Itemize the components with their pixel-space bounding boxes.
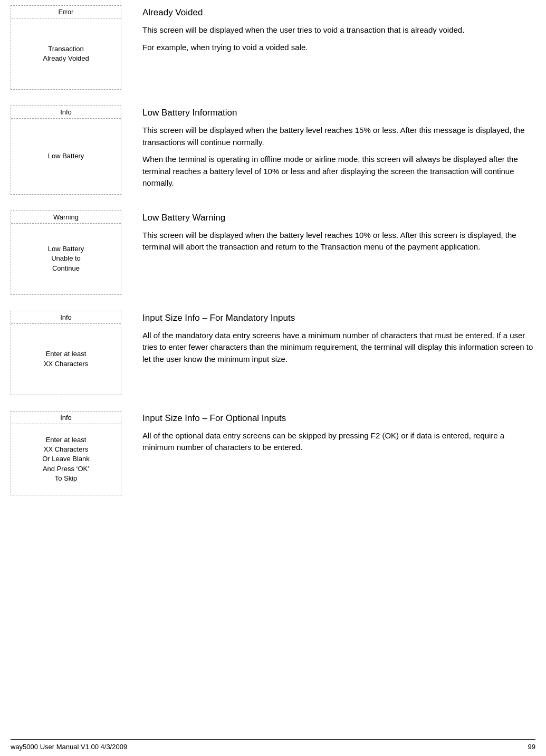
device-panel-error-already-voided: ErrorTransactionAlready Voided bbox=[11, 5, 121, 90]
device-panel-info-input-size-optional: InfoEnter at leastXX CharactersOr Leave … bbox=[11, 411, 121, 495]
section-error-already-voided: ErrorTransactionAlready VoidedAlready Vo… bbox=[0, 5, 546, 90]
section-title-info-input-size-mandatory: Input Size Info – For Mandatory Inputs bbox=[142, 313, 535, 323]
section-para-info-input-size-optional-0: All of the optional data entry screens c… bbox=[142, 430, 535, 454]
page-content: ErrorTransactionAlready VoidedAlready Vo… bbox=[0, 0, 546, 532]
description-panel-info-input-size-optional: Input Size Info – For Optional InputsAll… bbox=[142, 411, 535, 495]
description-panel-error-already-voided: Already VoidedThis screen will be displa… bbox=[142, 5, 535, 90]
device-header-info-low-battery: Info bbox=[11, 106, 121, 119]
section-title-info-input-size-optional: Input Size Info – For Optional Inputs bbox=[142, 413, 535, 424]
section-info-low-battery: InfoLow BatteryLow Battery InformationTh… bbox=[0, 106, 546, 195]
device-header-info-input-size-mandatory: Info bbox=[11, 311, 121, 324]
device-panel-info-input-size-mandatory: InfoEnter at leastXX Characters bbox=[11, 311, 121, 395]
section-para-error-already-voided-1: For example, when trying to void a voide… bbox=[142, 42, 535, 54]
footer-right: 99 bbox=[528, 743, 535, 751]
device-body-error-already-voided: TransactionAlready Voided bbox=[40, 18, 91, 89]
device-header-warning-low-battery: Warning bbox=[11, 211, 121, 224]
section-para-warning-low-battery-0: This screen will be displayed when the b… bbox=[142, 229, 535, 253]
section-title-error-already-voided: Already Voided bbox=[142, 7, 535, 18]
device-body-warning-low-battery: Low BatteryUnable toContinue bbox=[45, 224, 87, 294]
device-body-info-low-battery: Low Battery bbox=[45, 119, 87, 194]
description-panel-warning-low-battery: Low Battery WarningThis screen will be d… bbox=[142, 210, 535, 295]
section-info-input-size-mandatory: InfoEnter at leastXX CharactersInput Siz… bbox=[0, 311, 546, 395]
footer: way5000 User Manual V1.00 4/3/2009 99 bbox=[11, 739, 535, 751]
section-title-warning-low-battery: Low Battery Warning bbox=[142, 213, 535, 223]
section-info-input-size-optional: InfoEnter at leastXX CharactersOr Leave … bbox=[0, 411, 546, 495]
device-body-info-input-size-optional: Enter at leastXX CharactersOr Leave Blan… bbox=[40, 424, 92, 495]
device-panel-info-low-battery: InfoLow Battery bbox=[11, 106, 121, 195]
section-title-info-low-battery: Low Battery Information bbox=[142, 108, 535, 118]
device-header-info-input-size-optional: Info bbox=[11, 412, 121, 424]
section-para-info-low-battery-0: This screen will be displayed when the b… bbox=[142, 125, 535, 148]
section-warning-low-battery: WarningLow BatteryUnable toContinueLow B… bbox=[0, 210, 546, 295]
section-para-info-low-battery-1: When the terminal is operating in offlin… bbox=[142, 154, 535, 189]
device-panel-warning-low-battery: WarningLow BatteryUnable toContinue bbox=[11, 210, 121, 295]
description-panel-info-low-battery: Low Battery InformationThis screen will … bbox=[142, 106, 535, 195]
section-para-error-already-voided-0: This screen will be displayed when the u… bbox=[142, 24, 535, 36]
footer-left: way5000 User Manual V1.00 4/3/2009 bbox=[11, 743, 127, 751]
description-panel-info-input-size-mandatory: Input Size Info – For Mandatory InputsAl… bbox=[142, 311, 535, 395]
device-header-error-already-voided: Error bbox=[11, 6, 121, 18]
section-para-info-input-size-mandatory-0: All of the mandatory data entry screens … bbox=[142, 330, 535, 366]
device-body-info-input-size-mandatory: Enter at leastXX Characters bbox=[41, 324, 91, 395]
